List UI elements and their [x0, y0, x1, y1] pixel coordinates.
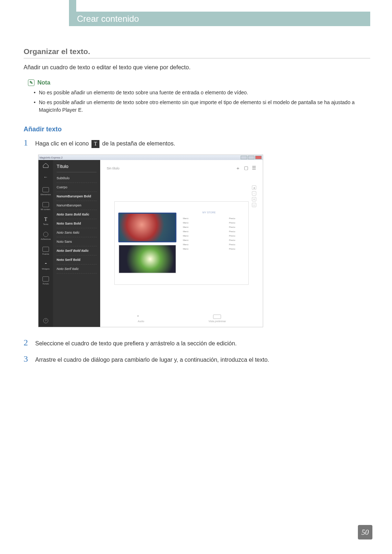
- preview-photo-2: [118, 245, 176, 274]
- rail-widgets[interactable]: ☁ Widgets: [42, 262, 50, 270]
- rail-source[interactable]: Fuente: [42, 247, 49, 255]
- rail-label: Elementos: [41, 193, 51, 196]
- font-style-item[interactable]: NanumBarunpen Bold: [57, 192, 97, 201]
- rail-help[interactable]: ?: [43, 318, 48, 323]
- price-label: Precio: [229, 226, 235, 228]
- step-2-text: Seleccione el cuadro de texto que prefie…: [35, 338, 237, 348]
- rail-background[interactable]: Fondo: [42, 276, 49, 285]
- footer-preview-label: Vista preliminar: [208, 320, 226, 323]
- text-icon: T: [42, 217, 49, 222]
- source-icon: [42, 247, 49, 252]
- font-style-item[interactable]: Cuerpo: [57, 183, 97, 192]
- step-3: 3 Arrastre el cuadro de diálogo para cam…: [24, 354, 370, 364]
- section-intro: Añadir un cuadro de texto o editar el te…: [24, 64, 370, 71]
- zoom-reset-button[interactable]: ⌂: [252, 203, 256, 207]
- font-style-item[interactable]: Noto Sans: [57, 237, 97, 246]
- stickers-icon: [43, 232, 48, 237]
- rail-mycontent[interactable]: Mi conten.: [41, 202, 51, 210]
- menu-label: Menú: [183, 248, 188, 250]
- rail-home[interactable]: [42, 163, 49, 168]
- price-label: Precio: [229, 222, 235, 224]
- preview-photo-1: [118, 213, 176, 242]
- zoom-fit-button[interactable]: ▫: [252, 191, 256, 196]
- preview-icon: [213, 315, 221, 319]
- note-item: No es posible añadir un elemento de text…: [34, 89, 370, 97]
- rail-label: Fuente: [42, 253, 49, 255]
- rail-label: Mi conten.: [41, 208, 51, 210]
- widgets-icon: ☁: [42, 262, 49, 267]
- zoom-up-button[interactable]: ▴: [252, 185, 256, 190]
- rail-text[interactable]: T Texto: [42, 217, 49, 225]
- window-close-button[interactable]: [255, 156, 262, 159]
- font-styles-panel: Título Subtítulo Cuerpo NanumBarunpen Bo…: [53, 160, 100, 327]
- font-style-item[interactable]: Noto Sans Bold Italic: [57, 210, 97, 219]
- window-title: MagicInfo Express 2: [40, 156, 62, 159]
- menu-label: Menú: [183, 239, 188, 241]
- font-panel-header: Título: [57, 164, 97, 172]
- menu-label: Menú: [183, 217, 188, 219]
- price-label: Precio: [229, 239, 235, 241]
- step-1-text-a: Haga clic en el icono: [35, 140, 90, 147]
- preview-header: MY STORE: [183, 211, 235, 214]
- zoom-controls: ▴ ▫ ＋ ⌂: [252, 185, 256, 301]
- note-block: ✎ Nota No es posible añadir un elemento …: [28, 79, 370, 114]
- mycontent-icon: [42, 202, 49, 207]
- step-1: 1 Haga clic en el icono T de la pestaña …: [24, 138, 370, 148]
- save-icon[interactable]: ▢: [244, 165, 248, 172]
- window-titlebar: MagicInfo Express 2: [38, 155, 263, 160]
- home-icon: [42, 163, 49, 168]
- font-style-item[interactable]: Noto Sans Bold: [57, 219, 97, 228]
- rail-elements[interactable]: Elementos: [41, 187, 51, 196]
- page-top-tab: [69, 0, 76, 12]
- add-icon[interactable]: ＋: [236, 165, 240, 172]
- menu-label: Menú: [183, 243, 188, 246]
- price-label: Precio: [229, 230, 235, 233]
- font-style-item[interactable]: Noto Serif Italic: [57, 264, 97, 274]
- menu-label: Menú: [183, 235, 188, 237]
- price-label: Precio: [229, 243, 235, 246]
- font-style-item[interactable]: Noto Sans Italic: [57, 228, 97, 237]
- menu-label: Menú: [183, 230, 188, 233]
- note-item: No es posible añadir un elemento de text…: [34, 99, 370, 114]
- elements-icon: [42, 187, 49, 192]
- note-icon: ✎: [28, 79, 34, 86]
- page-preview[interactable]: MY STORE MenúPrecio MenúPrecio MenúPreci…: [114, 201, 249, 285]
- menu-label: Menú: [183, 222, 188, 224]
- step-3-text: Arrastre el cuadro de diálogo para cambi…: [35, 354, 269, 364]
- price-label: Precio: [229, 217, 235, 219]
- font-style-item[interactable]: Noto Serif Bold: [57, 255, 97, 264]
- section-title: Organizar el texto.: [24, 47, 370, 58]
- rail-stickers[interactable]: Adhesivos: [41, 232, 51, 240]
- chapter-title: Crear contenido: [77, 14, 139, 24]
- chapter-title-bar: Crear contenido: [69, 12, 370, 26]
- font-style-item[interactable]: Subtítulo: [57, 174, 97, 183]
- menu-label: Menú: [183, 226, 188, 228]
- document-title[interactable]: Sin título: [107, 167, 119, 170]
- rail-label: Adhesivos: [41, 238, 51, 240]
- footer-preview[interactable]: Vista preliminar: [208, 315, 226, 323]
- step-2: 2 Seleccione el cuadro de texto que pref…: [24, 338, 370, 348]
- page-number: 50: [358, 525, 372, 539]
- subsection-title: Añadir texto: [24, 126, 370, 133]
- audio-icon: 🕨: [137, 315, 145, 319]
- background-icon: [42, 276, 49, 282]
- footer-audio[interactable]: 🕨 Audio: [137, 315, 145, 323]
- app-screenshot: MagicInfo Express 2 ←: [38, 155, 263, 327]
- step-number: 3: [24, 354, 30, 363]
- window-minimize-button[interactable]: [241, 156, 247, 159]
- canvas-area: Sin título ＋ ▢ ☰ MY STORE: [100, 160, 263, 327]
- back-icon: ←: [42, 175, 49, 180]
- font-style-item[interactable]: Noto Serif Bold Italic: [57, 246, 97, 255]
- price-label: Precio: [229, 235, 235, 237]
- price-label: Precio: [229, 248, 235, 250]
- rail-label: Fondo: [42, 283, 49, 285]
- rail-label: Widgets: [42, 268, 50, 270]
- font-style-item[interactable]: NanumBarunpen: [57, 201, 97, 210]
- footer-audio-label: Audio: [138, 320, 144, 323]
- tool-rail: ← Elementos Mi conten. T Texto Adh: [38, 160, 53, 327]
- step-number: 2: [24, 338, 30, 347]
- rail-back[interactable]: ←: [42, 175, 49, 181]
- list-icon[interactable]: ☰: [252, 165, 256, 172]
- zoom-in-button[interactable]: ＋: [252, 197, 256, 201]
- window-maximize-button[interactable]: [248, 156, 254, 159]
